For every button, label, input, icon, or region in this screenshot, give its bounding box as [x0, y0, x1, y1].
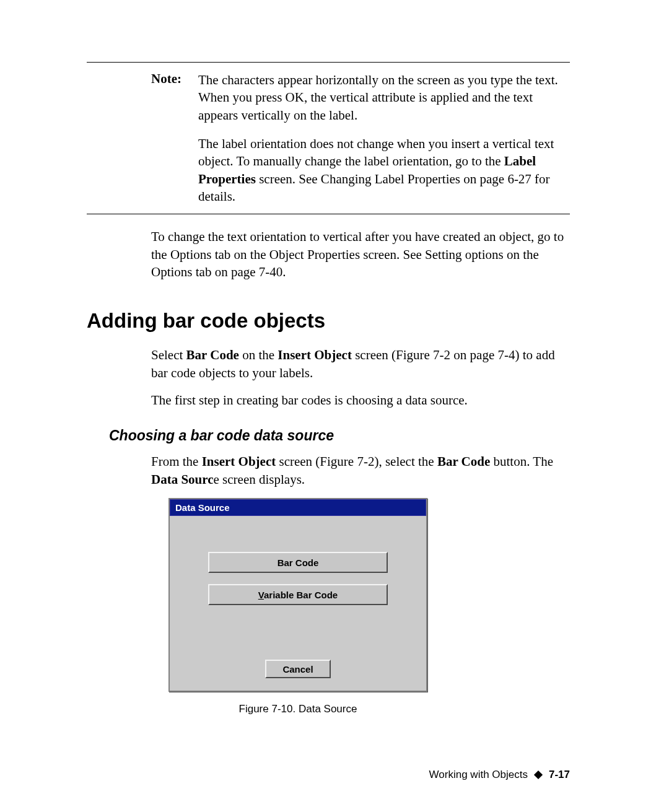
text: Select	[151, 347, 186, 362]
note-paragraph-1: The characters appear horizontally on th…	[198, 71, 570, 124]
text-bold: Insert Object	[202, 454, 276, 469]
text-bold: Data Sourc	[151, 472, 214, 487]
figure-data-source: Data Source Bar Code Variable Bar Code C…	[168, 498, 570, 715]
note-p2-text-a: The label orientation does not change wh…	[198, 136, 554, 168]
mnemonic: V	[258, 590, 264, 600]
note-paragraph-2: The label orientation does not change wh…	[198, 135, 570, 205]
paragraph-from-insert-object: From the Insert Object screen (Figure 7-…	[151, 453, 570, 488]
text-bold: Bar Code	[437, 454, 490, 469]
heading-choosing-data-source: Choosing a bar code data source	[109, 427, 570, 444]
paragraph-first-step: The first step in creating bar codes is …	[151, 391, 570, 409]
note-block: Note: The characters appear horizontally…	[87, 62, 570, 214]
text: ariable Bar Code	[264, 590, 338, 600]
heading-adding-bar-code: Adding bar code objects	[87, 309, 570, 333]
text: From the	[151, 454, 202, 469]
footer-text: Working with Objects	[429, 769, 528, 781]
text: on the	[239, 347, 278, 362]
text-bold: Insert Object	[278, 347, 352, 362]
figure-caption: Figure 7-10. Data Source	[239, 703, 357, 715]
paragraph-after-note: To change the text orientation to vertic…	[151, 228, 570, 281]
dialog-data-source: Data Source Bar Code Variable Bar Code C…	[168, 498, 427, 692]
text: screen (Figure 7-2), select the	[276, 454, 437, 469]
footer-page-number: 7-17	[549, 769, 570, 781]
paragraph-select-bar-code: Select Bar Code on the Insert Object scr…	[151, 346, 570, 382]
text: button. The	[490, 454, 553, 469]
text: e screen displays.	[214, 472, 305, 487]
note-label: Note:	[151, 71, 181, 86]
cancel-button[interactable]: Cancel	[265, 660, 331, 678]
page-footer: Working with Objects 7-17	[429, 769, 570, 781]
variable-bar-code-button[interactable]: Variable Bar Code	[208, 584, 388, 605]
text-bold: Bar Code	[186, 347, 239, 362]
bar-code-button[interactable]: Bar Code	[208, 552, 388, 573]
diamond-icon	[534, 771, 543, 779]
dialog-title: Data Source	[170, 499, 426, 516]
